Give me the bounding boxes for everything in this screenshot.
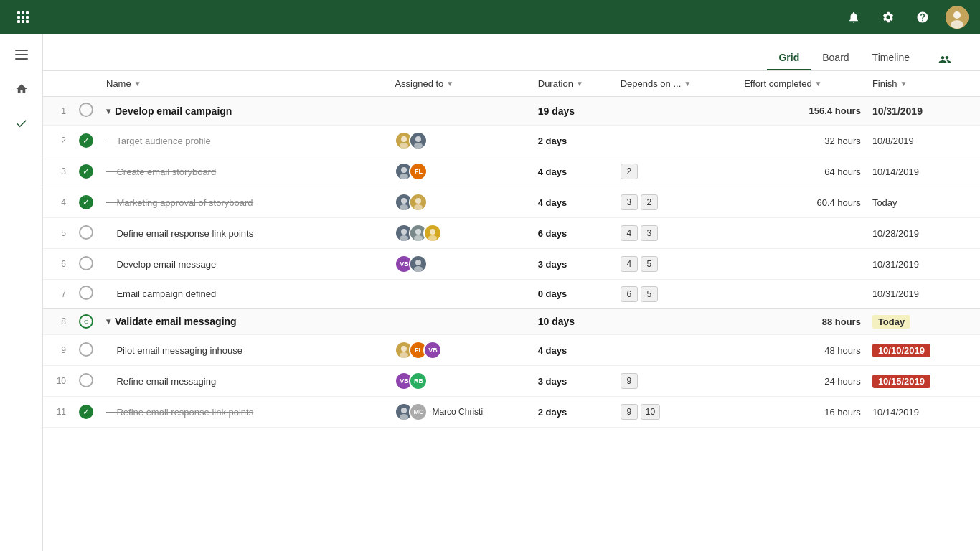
finish-group-value: 10/31/2019 (872, 105, 923, 117)
row-status[interactable] (72, 249, 100, 280)
user-avatar[interactable] (946, 6, 969, 29)
row-name[interactable]: Create email storyboard (100, 156, 389, 187)
status-done-icon[interactable]: ✓ (79, 164, 93, 179)
row-status[interactable]: ✓ (72, 156, 100, 187)
table-row[interactable]: 1▾Develop email campaign19 days156.4 hou… (43, 97, 980, 126)
row-effort: 32 hours (738, 126, 867, 156)
row-duration: 4 days (532, 156, 615, 187)
status-done-icon[interactable]: ✓ (79, 133, 93, 148)
tab-timeline[interactable]: Timeline (861, 46, 921, 70)
svg-point-47 (400, 414, 408, 420)
depends-badge: 3 (641, 225, 658, 241)
status-empty-icon[interactable] (79, 373, 93, 387)
assigned-sort-icon[interactable]: ▼ (446, 80, 453, 88)
row-name[interactable]: Define email response link points (100, 218, 389, 249)
row-name[interactable]: Marketing approval of storyboard (100, 187, 389, 218)
table-row[interactable]: 6 Develop email messageVB3 days4510/31/2… (43, 249, 980, 280)
table-row[interactable]: 2✓ Target audience profile2 days32 hours… (43, 126, 980, 156)
row-duration: 3 days (532, 366, 615, 397)
row-status[interactable] (72, 280, 100, 309)
settings-icon[interactable] (877, 6, 900, 29)
col-num (43, 71, 72, 97)
depends-badge: 9 (621, 404, 638, 420)
row-depends: 2 (615, 156, 738, 187)
status-empty-icon[interactable] (79, 342, 93, 357)
duration-sort-icon[interactable]: ▼ (576, 80, 583, 88)
row-finish: 10/31/2019 (867, 249, 980, 280)
top-nav-icons (842, 6, 969, 29)
row-status[interactable] (72, 366, 100, 397)
depends-badge: 5 (641, 256, 658, 272)
status-empty-icon[interactable] (79, 286, 93, 300)
svg-rect-8 (26, 20, 29, 23)
sidebar-check-icon[interactable] (7, 109, 36, 138)
row-name[interactable]: Refine email response link points (100, 397, 389, 428)
row-effort: 24 hours (738, 366, 867, 397)
status-empty-icon[interactable] (79, 103, 93, 117)
table-row[interactable]: 4✓ Marketing approval of storyboard4 day… (43, 187, 980, 218)
status-empty-icon[interactable] (79, 225, 93, 240)
sidebar (0, 34, 43, 551)
row-status[interactable]: ✓ (72, 397, 100, 428)
table-row[interactable]: 9 Pilot email messaging inhouseFLVB4 day… (43, 335, 980, 366)
svg-point-26 (400, 204, 408, 210)
svg-point-46 (401, 408, 407, 413)
sidebar-menu-icon[interactable] (7, 40, 36, 69)
status-done-icon[interactable]: ✓ (79, 195, 93, 209)
row-effort: 60.4 hours (738, 187, 867, 218)
row-status[interactable] (72, 97, 100, 126)
row-status[interactable]: ○ (72, 309, 100, 335)
row-status[interactable] (72, 218, 100, 249)
depends-badge: 2 (621, 164, 638, 179)
row-status[interactable]: ✓ (72, 187, 100, 218)
apps-icon[interactable] (11, 6, 34, 29)
effort-sort-icon[interactable]: ▼ (815, 80, 822, 88)
row-assigned (389, 97, 532, 126)
finish-sort-icon[interactable]: ▼ (900, 80, 908, 88)
tab-board[interactable]: Board (811, 46, 860, 70)
depends-sort-icon[interactable]: ▼ (684, 80, 691, 88)
task-name: Target audience profile (106, 136, 211, 146)
status-empty-icon[interactable] (79, 256, 93, 270)
svg-rect-6 (17, 20, 20, 23)
name-sort-icon[interactable]: ▼ (134, 80, 141, 88)
sidebar-home-icon[interactable] (7, 75, 36, 103)
row-name[interactable]: Target audience profile (100, 126, 389, 156)
row-name[interactable]: ▾Validate email messaging (100, 309, 389, 335)
chevron-icon[interactable]: ▾ (106, 106, 110, 116)
notification-icon[interactable] (842, 6, 865, 29)
svg-rect-4 (22, 16, 24, 19)
status-partial-icon[interactable]: ○ (79, 314, 93, 329)
table-row[interactable]: 11✓ Refine email response link pointsMCM… (43, 397, 980, 428)
row-name[interactable]: Refine email messaging (100, 366, 389, 397)
row-status[interactable]: ✓ (72, 126, 100, 156)
table-row[interactable]: 10 Refine email messagingVBRB3 days924 h… (43, 366, 980, 397)
svg-rect-5 (26, 16, 29, 19)
table-row[interactable]: 5 Define email response link points6 day… (43, 218, 980, 249)
chevron-icon[interactable]: ▾ (106, 316, 110, 326)
depends-badge: 10 (641, 404, 660, 420)
header-right: Grid Board Timeline (767, 46, 963, 70)
row-name[interactable]: Develop email message (100, 249, 389, 280)
row-number: 11 (43, 397, 72, 428)
depends-badge: 9 (621, 373, 638, 389)
tab-grid[interactable]: Grid (767, 46, 811, 70)
row-name[interactable]: Email campaign defined (100, 280, 389, 309)
row-effort (738, 280, 867, 309)
task-table: Name ▼ Assigned to ▼ Dur (43, 71, 980, 428)
table-row[interactable]: 3✓ Create email storyboardFL4 days264 ho… (43, 156, 980, 187)
group-members[interactable] (938, 53, 963, 63)
row-depends: 910 (615, 397, 738, 428)
svg-rect-7 (22, 20, 24, 23)
svg-point-37 (430, 229, 435, 235)
row-name[interactable]: ▾Develop email campaign (100, 97, 389, 126)
help-icon[interactable] (911, 6, 934, 29)
row-duration: 4 days (532, 187, 615, 218)
table-row[interactable]: 7 Email campaign defined0 days6510/31/20… (43, 280, 980, 309)
row-status[interactable] (72, 335, 100, 366)
avatar-group: VB (395, 255, 526, 273)
row-name[interactable]: Pilot email messaging inhouse (100, 335, 389, 366)
table-row[interactable]: 8○▾Validate email messaging10 days88 hou… (43, 309, 980, 335)
status-done-icon[interactable]: ✓ (79, 405, 93, 419)
row-duration: 4 days (532, 335, 615, 366)
